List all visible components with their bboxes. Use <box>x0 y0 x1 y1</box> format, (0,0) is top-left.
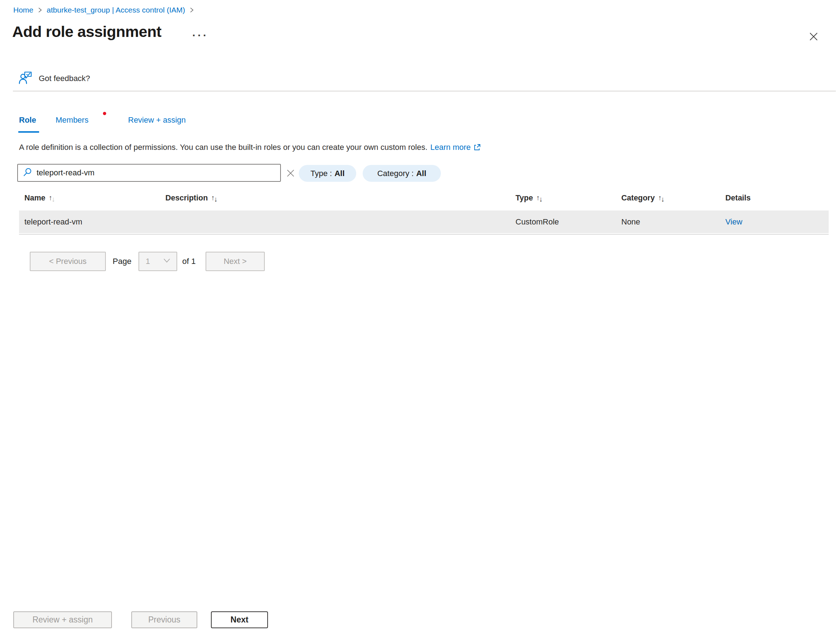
table-bottom-line <box>19 234 829 235</box>
table-row[interactable]: teleport-read-vm CustomRole None View <box>19 210 829 233</box>
search-icon <box>23 168 32 178</box>
active-tab-underline <box>18 131 39 133</box>
role-search-box <box>17 164 281 182</box>
tab-bar: Role Members Review + assign <box>0 115 838 133</box>
column-label: Name <box>25 194 46 203</box>
sort-arrows-icon: ↑↓ <box>49 194 54 202</box>
filter-type-pill[interactable]: Type : All <box>299 165 356 182</box>
breadcrumb-home-link[interactable]: Home <box>13 6 33 14</box>
column-header-description[interactable]: Description ↑↓ <box>165 194 217 203</box>
section-divider <box>13 91 836 92</box>
page-label: Page <box>113 252 132 271</box>
page-number-select[interactable]: 1 <box>138 252 177 271</box>
chevron-down-icon <box>162 256 171 267</box>
filter-type-value: All <box>334 169 344 178</box>
next-page-button[interactable]: Next > <box>206 252 265 271</box>
chevron-right-icon <box>189 7 194 14</box>
sort-arrows-icon: ↑↓ <box>536 194 542 202</box>
breadcrumb-access-control-link[interactable]: atburke-test_group | Access control (IAM… <box>47 6 185 14</box>
feedback-person-icon <box>19 71 33 86</box>
sort-arrows-icon: ↑↓ <box>658 194 663 202</box>
breadcrumb: Home atburke-test_group | Access control… <box>13 6 194 14</box>
table-header-row: Name ↑↓ Description ↑↓ Type ↑↓ Category … <box>0 194 838 206</box>
role-type-cell: CustomRole <box>515 210 559 233</box>
next-step-button[interactable]: Next <box>211 611 268 628</box>
pagination: < Previous Page 1 of 1 Next > <box>0 252 838 272</box>
column-header-name[interactable]: Name ↑↓ <box>25 194 54 203</box>
external-link-icon <box>473 143 481 151</box>
tab-review-assign[interactable]: Review + assign <box>128 115 186 125</box>
members-alert-dot <box>103 112 106 115</box>
review-assign-button[interactable]: Review + assign <box>13 611 112 628</box>
tab-members[interactable]: Members <box>56 115 89 125</box>
more-menu-icon[interactable]: ··· <box>192 30 208 42</box>
close-icon[interactable] <box>807 30 821 44</box>
page-count-label: of 1 <box>182 252 196 271</box>
filter-category-pill[interactable]: Category : All <box>363 165 441 182</box>
previous-page-button[interactable]: < Previous <box>30 252 106 271</box>
got-feedback-button[interactable]: Got feedback? <box>19 71 90 86</box>
filter-type-label: Type : <box>310 169 332 178</box>
previous-step-button[interactable]: Previous <box>131 611 197 628</box>
role-definition-description: A role definition is a collection of per… <box>19 143 481 152</box>
column-label: Category <box>621 194 655 203</box>
column-header-category[interactable]: Category ↑↓ <box>621 194 663 203</box>
feedback-label: Got feedback? <box>39 74 90 83</box>
view-details-link[interactable]: View <box>725 210 742 233</box>
filter-category-label: Category : <box>377 169 414 178</box>
column-label: Description <box>165 194 208 203</box>
intro-text: A role definition is a collection of per… <box>19 143 428 152</box>
page-title: Add role assignment <box>12 23 161 41</box>
page-number-value: 1 <box>146 257 150 266</box>
filter-category-value: All <box>416 169 426 178</box>
role-name-cell: teleport-read-vm <box>25 210 82 233</box>
column-header-type[interactable]: Type ↑↓ <box>515 194 542 203</box>
chevron-right-icon <box>38 7 42 14</box>
role-category-cell: None <box>621 210 640 233</box>
tab-role[interactable]: Role <box>19 115 36 125</box>
column-label: Type <box>515 194 533 203</box>
column-header-details: Details <box>725 194 751 203</box>
sort-arrows-icon: ↑↓ <box>211 194 217 202</box>
column-label: Details <box>725 194 751 203</box>
learn-more-link[interactable]: Learn more <box>430 143 471 152</box>
clear-search-icon[interactable] <box>285 168 296 179</box>
search-input[interactable] <box>36 168 277 177</box>
